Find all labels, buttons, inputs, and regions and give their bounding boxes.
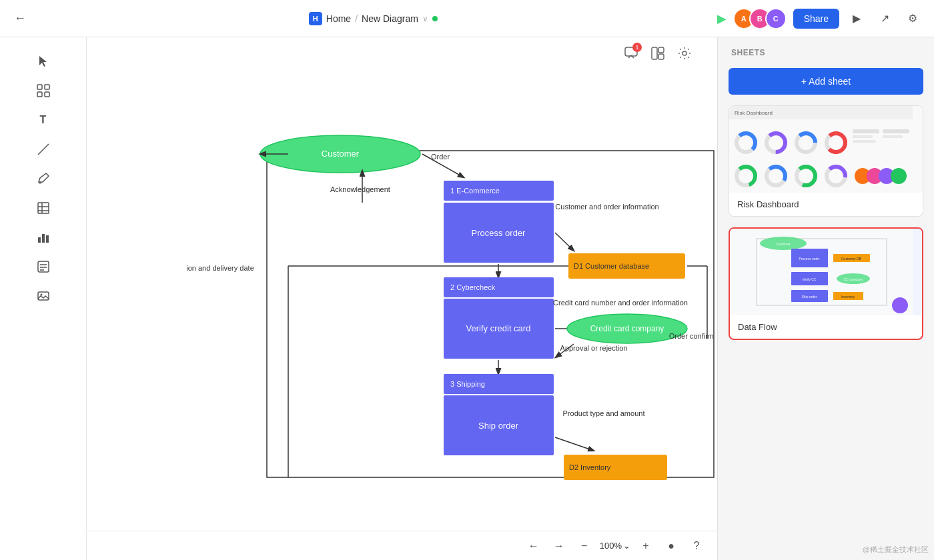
- svg-rect-21: [38, 292, 49, 300]
- svg-point-109: [892, 297, 908, 313]
- svg-text:1    E-Commerce: 1 E-Commerce: [450, 187, 500, 195]
- risk-dashboard-preview: Risk Dashboard: [729, 106, 923, 193]
- svg-text:D1   Customer database: D1 Customer database: [574, 262, 649, 270]
- svg-text:Acknowledgement: Acknowledgement: [330, 185, 390, 193]
- app-logo: H: [309, 12, 322, 25]
- zoom-level[interactable]: 100% ⌄: [600, 541, 630, 551]
- undo-button[interactable]: ←: [524, 536, 544, 556]
- chevron-down-icon[interactable]: ∨: [422, 14, 428, 23]
- svg-rect-10: [38, 203, 49, 213]
- text-tool[interactable]: T: [30, 107, 57, 133]
- back-button[interactable]: ←: [11, 9, 29, 28]
- help-button[interactable]: ?: [686, 536, 707, 556]
- svg-rect-1: [652, 47, 657, 59]
- watermark: @稀土掘金技术社区: [863, 545, 929, 555]
- svg-rect-77: [853, 135, 873, 138]
- home-link[interactable]: Home: [326, 13, 351, 24]
- share-button[interactable]: Share: [793, 9, 839, 29]
- settings-button[interactable]: ⚙: [902, 8, 923, 29]
- svg-text:Process order: Process order: [799, 257, 819, 261]
- svg-line-9: [38, 144, 49, 155]
- canvas-area[interactable]: Customer Order Acknowledgement ion and d…: [87, 37, 717, 560]
- svg-text:2    Cybercheck: 2 Cybercheck: [450, 283, 496, 291]
- diagram-svg: Customer Order Acknowledgement ion and d…: [87, 37, 717, 560]
- table-tool[interactable]: [30, 195, 57, 221]
- svg-text:CC company: CC company: [844, 277, 863, 281]
- svg-text:Order confirm: Order confirm: [669, 332, 714, 340]
- svg-point-4: [682, 51, 686, 55]
- svg-text:Ship order: Ship order: [478, 421, 519, 431]
- svg-text:Customer and order information: Customer and order information: [555, 203, 658, 211]
- comment-icon[interactable]: 1: [622, 44, 640, 63]
- export-button[interactable]: ↗: [874, 8, 895, 29]
- svg-text:Order: Order: [431, 153, 450, 161]
- sheet-data-flow[interactable]: Customer Process order Customer DB Verif…: [729, 227, 923, 340]
- avatar-3: C: [765, 8, 787, 29]
- status-indicator: [432, 16, 438, 21]
- select-tool[interactable]: [30, 48, 57, 75]
- svg-text:Credit card number and order i: Credit card number and order information: [553, 299, 688, 307]
- zoom-in-button[interactable]: +: [636, 536, 656, 556]
- data-flow-preview: Customer Process order Customer DB Verif…: [730, 229, 922, 315]
- topbar: ← H Home / New Diagram ∨ ▶ A B C Share ▶…: [0, 0, 934, 37]
- svg-rect-5: [37, 85, 42, 89]
- line-tool[interactable]: [30, 136, 57, 163]
- svg-text:D2   Inventory: D2 Inventory: [569, 463, 611, 471]
- image-tool[interactable]: [30, 283, 57, 309]
- sheets-header: SHEETS: [718, 37, 934, 63]
- svg-rect-16: [46, 235, 49, 243]
- add-sheet-button[interactable]: + Add sheet: [729, 68, 923, 95]
- right-panel: SHEETS + Add sheet Risk Dashboard: [717, 37, 934, 560]
- svg-text:Verify credit card: Verify credit card: [466, 323, 531, 333]
- canvas-top-icons: 1: [622, 44, 694, 63]
- cursor-icon: ▶: [717, 11, 727, 26]
- svg-rect-8: [45, 92, 49, 97]
- svg-rect-78: [853, 140, 876, 143]
- data-flow-label: Data Flow: [730, 315, 922, 339]
- svg-rect-15: [42, 234, 45, 243]
- svg-text:Approval or rejection: Approval or rejection: [560, 344, 628, 352]
- svg-text:Customer DB: Customer DB: [841, 257, 862, 261]
- diagram-name[interactable]: New Diagram: [362, 13, 418, 24]
- avatar-group: A B C: [733, 8, 787, 29]
- settings-canvas-icon[interactable]: [675, 44, 694, 63]
- svg-rect-6: [45, 85, 49, 89]
- topbar-right-actions: ▶ A B C Share ▶ ↗ ⚙: [717, 8, 923, 29]
- history-button[interactable]: ●: [661, 536, 681, 556]
- svg-text:Risk Dashboard: Risk Dashboard: [735, 110, 773, 116]
- svg-point-92: [891, 168, 907, 184]
- svg-text:Ship order: Ship order: [801, 295, 817, 299]
- risk-dashboard-label: Risk Dashboard: [729, 193, 923, 216]
- note-tool[interactable]: [30, 253, 57, 280]
- shapes-tool[interactable]: [30, 77, 57, 104]
- chart-tool[interactable]: [30, 224, 57, 251]
- breadcrumb: H Home / New Diagram ∨: [29, 12, 717, 25]
- svg-text:Credit card company: Credit card company: [590, 324, 664, 333]
- svg-text:3    Shipping: 3 Shipping: [450, 380, 485, 388]
- svg-rect-7: [37, 92, 42, 97]
- sheet-risk-dashboard[interactable]: Risk Dashboard: [729, 105, 923, 217]
- svg-rect-76: [853, 129, 879, 133]
- svg-text:Customer: Customer: [776, 242, 791, 246]
- bottom-bar: ← → − 100% ⌄ + ● ?: [0, 531, 717, 560]
- svg-rect-80: [883, 135, 903, 138]
- svg-line-59: [555, 437, 594, 451]
- svg-rect-2: [658, 47, 664, 53]
- svg-text:Product type and amount: Product type and amount: [563, 409, 645, 417]
- svg-text:Inventory: Inventory: [841, 295, 855, 299]
- svg-rect-3: [658, 54, 664, 59]
- pencil-tool[interactable]: [30, 165, 57, 192]
- svg-text:Process order: Process order: [472, 228, 526, 238]
- svg-rect-14: [38, 237, 41, 243]
- svg-text:Customer: Customer: [322, 149, 360, 159]
- svg-text:Verify CC: Verify CC: [802, 277, 817, 281]
- toolbar: T: [0, 37, 87, 560]
- redo-button[interactable]: →: [549, 536, 569, 556]
- svg-text:ion and delivery date: ion and delivery date: [186, 264, 254, 272]
- layout-icon[interactable]: [648, 44, 667, 63]
- svg-rect-79: [883, 129, 909, 133]
- breadcrumb-sep: /: [355, 13, 358, 24]
- zoom-out-button[interactable]: −: [574, 536, 594, 556]
- svg-line-37: [555, 233, 574, 251]
- present-button[interactable]: ▶: [846, 8, 867, 29]
